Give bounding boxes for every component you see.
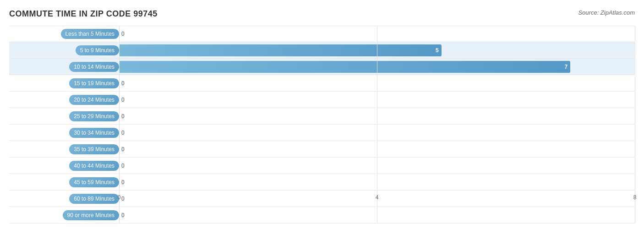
grid-line	[635, 42, 635, 58]
bar-label-pill: 20 to 24 Minutes	[69, 95, 119, 105]
bar-value-label: 0	[121, 163, 125, 169]
bar-label-pill: 15 to 19 Minutes	[69, 78, 119, 88]
bar-track: 0	[119, 174, 635, 190]
bars-wrapper: Less than 5 Minutes05 to 9 Minutes510 to…	[9, 26, 635, 192]
bar-track: 0	[119, 158, 635, 174]
bar-label-pill: 35 to 39 Minutes	[69, 144, 119, 154]
grid-line	[635, 125, 635, 141]
grid-line	[119, 26, 120, 42]
bar-row: 20 to 24 Minutes0	[9, 92, 635, 108]
bar-row: Less than 5 Minutes0	[9, 26, 635, 42]
grid-line	[377, 75, 377, 91]
x-axis-label: 0	[118, 194, 121, 201]
bar-label-container: 20 to 24 Minutes	[9, 95, 119, 105]
bar-value-label: 0	[121, 146, 125, 153]
bar-label-container: 15 to 19 Minutes	[9, 78, 119, 88]
bar-value-label: 0	[121, 130, 125, 136]
grid-line	[377, 92, 377, 108]
bar-value-label: 0	[121, 80, 125, 87]
bar-value-label: 5	[436, 47, 442, 54]
bar-value-label: 7	[565, 64, 571, 70]
bar-row: 90 or more Minutes0	[9, 207, 635, 224]
bar-value-label: 0	[121, 113, 125, 120]
bar-row: 15 to 19 Minutes0	[9, 75, 635, 92]
grid-line	[635, 92, 635, 108]
grid-line	[377, 26, 377, 42]
grid-line	[119, 42, 120, 58]
bar-label-pill: 40 to 44 Minutes	[69, 161, 119, 171]
bar-value-label: 0	[121, 196, 125, 202]
x-axis-label: 8	[633, 194, 637, 201]
grid-line	[119, 207, 120, 223]
grid-line	[377, 158, 377, 174]
bar-value-label: 0	[121, 179, 125, 185]
bar-value-label: 0	[121, 31, 125, 37]
grid-line	[635, 108, 635, 124]
bar-row: 35 to 39 Minutes0	[9, 141, 635, 158]
grid-line	[377, 141, 377, 157]
bar-label-pill: 60 to 89 Minutes	[69, 194, 119, 204]
bar-label-container: 5 to 9 Minutes	[9, 45, 119, 55]
bar-label-container: 10 to 14 Minutes	[9, 62, 119, 72]
grid-line	[635, 174, 635, 190]
grid-line	[635, 75, 635, 91]
bar-label-pill: 30 to 34 Minutes	[69, 128, 119, 138]
bar-label-pill: 25 to 29 Minutes	[69, 111, 119, 121]
bar-track: 0	[119, 92, 635, 108]
chart-area: Less than 5 Minutes05 to 9 Minutes510 to…	[9, 26, 635, 206]
bar-track: 0	[119, 207, 635, 223]
bar-track: 0	[119, 75, 635, 91]
bar-value-label: 0	[121, 212, 125, 218]
bar-label-pill: Less than 5 Minutes	[61, 29, 119, 39]
bar-track: 0	[119, 141, 635, 157]
bar-row: 25 to 29 Minutes0	[9, 108, 635, 125]
grid-line	[635, 26, 635, 42]
bar-track: 7	[119, 59, 635, 75]
chart-container: COMMUTE TIME IN ZIP CODE 99745 Source: Z…	[0, 0, 644, 240]
bar-label-pill: 45 to 59 Minutes	[69, 177, 119, 187]
bar-row: 45 to 59 Minutes0	[9, 174, 635, 191]
bar-row: 5 to 9 Minutes5	[9, 42, 635, 59]
grid-line	[377, 207, 377, 223]
bar-label-container: 45 to 59 Minutes	[9, 177, 119, 187]
bar-row: 60 to 89 Minutes0	[9, 191, 635, 207]
bar-fill: 5	[119, 44, 442, 56]
bar-label-container: 25 to 29 Minutes	[9, 111, 119, 121]
bar-fill: 7	[119, 61, 570, 73]
grid-line	[119, 108, 120, 124]
grid-line	[119, 141, 120, 157]
grid-line	[377, 174, 377, 190]
bar-track: 0	[119, 26, 635, 42]
bar-label-pill: 90 or more Minutes	[63, 210, 119, 220]
bar-track: 0	[119, 125, 635, 141]
grid-line	[635, 59, 635, 75]
bar-label-pill: 10 to 14 Minutes	[69, 62, 119, 72]
bar-label-container: Less than 5 Minutes	[9, 29, 119, 39]
grid-line	[635, 141, 635, 157]
bar-row: 30 to 34 Minutes0	[9, 125, 635, 141]
x-axis-label: 4	[376, 194, 379, 201]
bar-label-container: 90 or more Minutes	[9, 210, 119, 220]
bar-row: 10 to 14 Minutes7	[9, 59, 635, 75]
bar-label-container: 40 to 44 Minutes	[9, 161, 119, 171]
grid-line	[119, 92, 120, 108]
bar-label-pill: 5 to 9 Minutes	[76, 45, 119, 55]
bar-label-container: 30 to 34 Minutes	[9, 128, 119, 138]
grid-line	[119, 174, 120, 190]
grid-line	[119, 125, 120, 141]
grid-line	[119, 75, 120, 91]
grid-line	[635, 158, 635, 174]
grid-line	[119, 59, 120, 75]
bar-track: 5	[119, 42, 635, 58]
grid-line	[377, 59, 377, 75]
grid-line	[377, 108, 377, 124]
chart-title: COMMUTE TIME IN ZIP CODE 99745	[9, 9, 635, 19]
grid-line	[377, 42, 377, 58]
bar-row: 40 to 44 Minutes0	[9, 158, 635, 174]
grid-line	[377, 125, 377, 141]
grid-line	[119, 158, 120, 174]
source-label: Source: ZipAtlas.com	[578, 9, 635, 16]
bar-track: 0	[119, 108, 635, 124]
grid-line	[635, 207, 635, 223]
bar-label-container: 60 to 89 Minutes	[9, 194, 119, 204]
